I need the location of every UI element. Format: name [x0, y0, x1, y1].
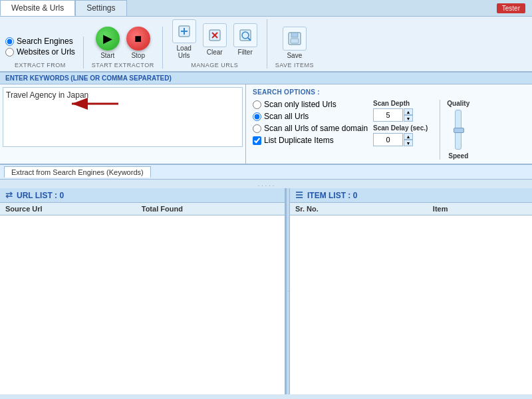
keywords-section: ENTER KEYWORDS (LINE OR COMMA SEPARATED)…	[0, 72, 532, 164]
scan-depth-down[interactable]: ▼	[404, 115, 413, 122]
svg-rect-10	[291, 33, 298, 37]
url-list-icon: ⇄	[5, 190, 13, 200]
stop-icon: ■	[126, 27, 150, 51]
scan-delay-down[interactable]: ▼	[404, 140, 413, 146]
item-list-panel: ☰ ITEM LIST : 0 Sr. No. Item	[290, 188, 532, 394]
tab-website-urls[interactable]: Website & Urls	[0, 0, 75, 16]
spin-options: Scan Depth ▲ ▼ Scan Delay (sec.)	[373, 100, 428, 160]
quality-slider[interactable]	[455, 110, 462, 150]
radio-scan-listed[interactable]: Scan only listed Urls	[253, 100, 368, 109]
scan-delay-spinners: ▲ ▼	[404, 133, 413, 146]
quality-label: Quality	[447, 100, 469, 107]
quality-thumb[interactable]	[454, 128, 464, 133]
save-button[interactable]: Save	[281, 27, 308, 59]
stop-button[interactable]: ■ Stop	[125, 27, 152, 59]
keywords-header: ENTER KEYWORDS (LINE OR COMMA SEPARATED)	[0, 72, 532, 84]
radio-scan-all[interactable]: Scan all Urls	[253, 112, 368, 121]
scan-options: Scan only listed Urls Scan all Urls Scan…	[253, 100, 368, 160]
load-urls-button[interactable]: Load Urls	[171, 19, 198, 59]
radio-scan-domain[interactable]: Scan all Urls of same domain	[253, 124, 368, 133]
scan-delay-up[interactable]: ▲	[404, 133, 413, 140]
scan-depth-up[interactable]: ▲	[404, 108, 413, 115]
url-list-panel: ⇄ URL LIST : 0 Source Url Total Found	[0, 188, 286, 394]
radio-websites-urls[interactable]: Websites or Urls	[5, 47, 75, 57]
keyword-tab[interactable]: Extract from Search Engines (Keywords)	[4, 166, 151, 178]
url-list-table: Source Url Total Found	[0, 203, 285, 215]
col-item: Item	[428, 203, 532, 215]
scan-delay-label: Scan Delay (sec.)	[373, 124, 428, 132]
url-list-header: ⇄ URL LIST : 0	[0, 188, 285, 203]
scan-depth-label: Scan Depth	[373, 100, 428, 107]
search-options-title: SEARCH OPTIONS :	[253, 88, 525, 96]
divider-dots: . . . . .	[0, 180, 532, 188]
item-list-body: Sr. No. Item	[290, 203, 532, 394]
keywords-input[interactable]	[3, 87, 243, 147]
section-label-start: START EXTRACTOR	[92, 62, 154, 68]
col-source-url: Source Url	[0, 203, 136, 215]
toolbar-section-save: Save SAVE ITEMS	[275, 27, 322, 68]
speed-label: Speed	[448, 152, 468, 160]
status-badge: Tester	[497, 3, 525, 13]
item-list-header: ☰ ITEM LIST : 0	[290, 188, 532, 203]
item-list-table: Sr. No. Item	[290, 203, 532, 215]
toolbar: Search Engines Websites or Urls EXTRACT …	[0, 17, 532, 72]
quality-speed-panel: Quality Speed	[440, 100, 469, 160]
scan-depth-group: Scan Depth ▲ ▼	[373, 100, 428, 122]
search-options-panel: SEARCH OPTIONS : Scan only listed Urls S…	[246, 84, 532, 164]
toolbar-section-start: ▶ Start ■ Stop START EXTRACTOR	[92, 27, 163, 68]
scan-delay-input[interactable]	[373, 133, 403, 146]
save-icon	[283, 27, 307, 51]
filter-icon	[233, 23, 257, 47]
scan-depth-spinners: ▲ ▼	[404, 108, 413, 122]
svg-rect-11	[291, 39, 299, 43]
checkbox-duplicate[interactable]: List Duplicate Items	[253, 136, 368, 145]
col-total-found: Total Found	[136, 203, 285, 215]
radio-search-engines[interactable]: Search Engines	[5, 37, 75, 46]
clear-button[interactable]: Clear	[201, 23, 228, 56]
section-label-extract: EXTRACT FROM	[15, 62, 66, 68]
col-sr-no: Sr. No.	[290, 203, 428, 215]
tab-settings[interactable]: Settings	[75, 0, 126, 16]
start-button[interactable]: ▶ Start	[94, 27, 121, 59]
url-list-body: Source Url Total Found	[0, 203, 285, 394]
clear-icon	[203, 23, 227, 47]
toolbar-section-extract: Search Engines Websites or Urls EXTRACT …	[5, 37, 84, 68]
start-icon: ▶	[96, 27, 120, 51]
section-label-save: SAVE ITEMS	[275, 62, 314, 68]
filter-button[interactable]: Filter	[232, 23, 259, 56]
scan-depth-input[interactable]	[373, 108, 403, 122]
toolbar-section-manage: Load Urls Clear Filter MANAGE URLS	[171, 19, 267, 68]
item-list-icon: ☰	[295, 190, 303, 200]
keywords-textarea-wrapper	[0, 84, 246, 164]
section-label-manage: MANAGE URLS	[191, 62, 238, 68]
scan-delay-group: Scan Delay (sec.) ▲ ▼	[373, 124, 428, 146]
bottom-panels: ⇄ URL LIST : 0 Source Url Total Found ⋮ …	[0, 188, 532, 394]
load-urls-icon	[172, 19, 196, 43]
arrow-indicator	[66, 96, 120, 111]
keyword-tab-bar: Extract from Search Engines (Keywords)	[0, 164, 532, 180]
